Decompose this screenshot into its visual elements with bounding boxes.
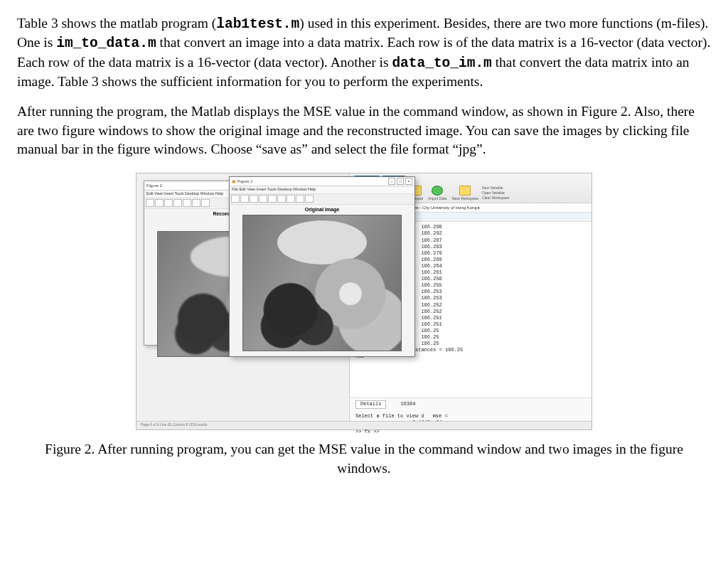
fig1-menu[interactable]: File Edit View Insert Tools Desktop Wind…: [230, 186, 414, 193]
btn-savews-label: Save Workspace: [451, 196, 478, 201]
import-icon: [432, 186, 443, 196]
matlab-icon: ▣: [232, 179, 236, 183]
min-icon[interactable]: −: [388, 178, 395, 185]
figure-window-1[interactable]: ▣ Figure 1 − □ × File Edit View Insert T…: [229, 176, 415, 357]
fig1-winbtns: − □ ×: [388, 178, 412, 185]
fig2-title: Figure 2: [146, 183, 162, 188]
tool-icon[interactable]: [183, 199, 191, 207]
select-file-label: Select a file to view d: [355, 413, 424, 419]
tool-icon[interactable]: [164, 199, 173, 207]
lbl-newvar[interactable]: New Variable: [482, 186, 509, 191]
paragraph-2: After running the program, the Matlab di…: [17, 102, 711, 159]
fig1-title: Figure 1: [237, 179, 253, 183]
fig1-image: [242, 215, 402, 351]
lbl-openvar[interactable]: Open Variable: [482, 191, 509, 196]
tool-icon[interactable]: [268, 195, 277, 203]
figure-caption: Figure 2. After running program, you can…: [38, 440, 690, 478]
command-bottom: Details 16384 Select a file to view d ms…: [350, 397, 592, 437]
code-data-to-im: data_to_im.m: [392, 55, 491, 71]
tool-icon[interactable]: [296, 195, 304, 203]
tool-icon[interactable]: [277, 195, 286, 203]
paragraph-1: Table 3 shows the matlab program (lab1te…: [17, 14, 711, 91]
tool-icon[interactable]: [173, 199, 182, 207]
code-lab1test: lab1test.m: [216, 16, 299, 32]
tool-icon[interactable]: [250, 195, 258, 203]
tool-icon[interactable]: [155, 199, 164, 207]
save-icon: [459, 186, 471, 196]
fig1-toolbar[interactable]: [230, 194, 414, 205]
lbl-clearws[interactable]: Clear Workspace: [482, 196, 509, 201]
figure-wrap: PLOTS APPS New Open Find Files Compare I…: [17, 173, 711, 430]
tool-icon[interactable]: [305, 195, 314, 203]
tool-icon[interactable]: [192, 199, 200, 207]
btn-savews[interactable]: Save Workspace: [450, 186, 480, 201]
tool-icon[interactable]: [201, 199, 210, 207]
mse-label: mse =: [433, 413, 448, 419]
tool-icon[interactable]: [146, 199, 154, 207]
screenshot-composite: PLOTS APPS New Open Find Files Compare I…: [136, 173, 592, 430]
btn-import[interactable]: Import Data: [427, 186, 448, 201]
select-file-row: Select a file to view d mse =: [355, 413, 586, 419]
tool-icon[interactable]: [240, 195, 249, 203]
fig1-titlebar[interactable]: ▣ Figure 1 − □ ×: [230, 177, 414, 186]
statusbar: Page 4 of 6 Line 26 Column 8 1156 words: [136, 421, 592, 429]
tool-icon[interactable]: [287, 195, 295, 203]
details-label[interactable]: Details: [355, 400, 386, 408]
p1-text-a: Table 3 shows the matlab program (: [17, 16, 216, 31]
tool-icon[interactable]: [259, 195, 267, 203]
tool-icon[interactable]: [231, 195, 240, 203]
details-row: Details 16384: [355, 400, 586, 408]
btn-import-label: Import Data: [428, 196, 446, 201]
max-icon[interactable]: □: [397, 178, 404, 185]
size-val: 16384: [400, 401, 415, 407]
close-icon[interactable]: ×: [405, 178, 412, 185]
code-im-to-data: im_to_data.m: [56, 36, 156, 51]
fig1-plot-title: Original Image: [230, 205, 414, 213]
